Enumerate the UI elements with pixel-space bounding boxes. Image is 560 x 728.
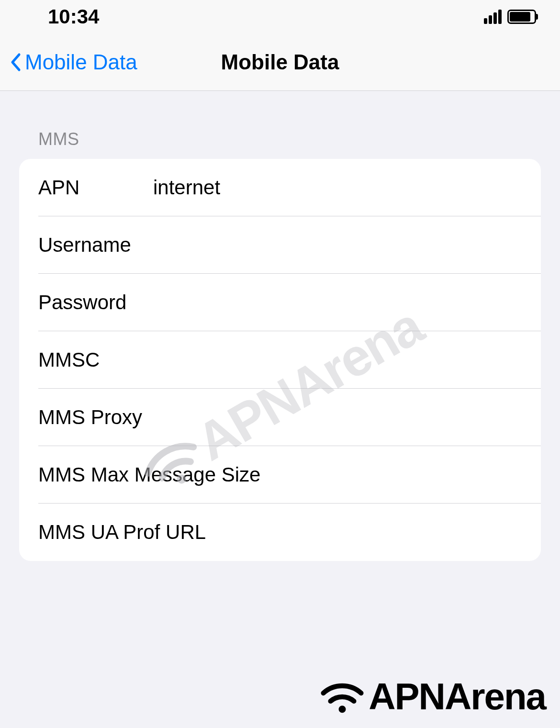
back-button[interactable]: Mobile Data [0, 50, 137, 74]
input-mms-proxy[interactable] [142, 406, 522, 429]
label-apn: APN [38, 176, 153, 199]
footer-logo: APNArena [318, 675, 546, 718]
label-password: Password [38, 291, 153, 314]
row-mms-proxy[interactable]: MMS Proxy [19, 389, 541, 446]
row-password[interactable]: Password [19, 274, 541, 331]
row-mms-ua-prof[interactable]: MMS UA Prof URL [19, 504, 541, 561]
row-mmsc[interactable]: MMSC [19, 331, 541, 389]
input-apn[interactable] [153, 176, 522, 199]
input-mms-max-size[interactable] [260, 463, 522, 486]
label-mmsc: MMSC [38, 348, 153, 371]
row-apn[interactable]: APN [19, 159, 541, 216]
label-username: Username [38, 234, 153, 257]
navigation-bar: Mobile Data Mobile Data [0, 34, 560, 91]
footer-text: APNArena [369, 675, 546, 718]
svg-point-1 [339, 706, 346, 713]
input-mms-ua-prof[interactable] [206, 521, 522, 544]
battery-icon [507, 10, 536, 24]
label-mms-proxy: MMS Proxy [38, 406, 142, 429]
cellular-signal-icon [484, 10, 502, 24]
page-title: Mobile Data [221, 50, 339, 74]
row-username[interactable]: Username [19, 216, 541, 274]
back-label: Mobile Data [25, 50, 137, 74]
input-mmsc[interactable] [153, 348, 522, 371]
input-password[interactable] [153, 291, 522, 314]
input-username[interactable] [153, 234, 522, 257]
label-mms-max-size: MMS Max Message Size [38, 463, 260, 486]
content-area: MMS APN Username Password MMSC MMS Proxy… [0, 91, 560, 561]
status-bar: 10:34 [0, 0, 560, 34]
label-mms-ua-prof: MMS UA Prof URL [38, 521, 206, 544]
row-mms-max-size[interactable]: MMS Max Message Size [19, 446, 541, 504]
status-indicators [484, 10, 536, 24]
section-header-mms: MMS [19, 91, 541, 159]
status-time: 10:34 [48, 5, 99, 28]
settings-group-mms: APN Username Password MMSC MMS Proxy MMS… [19, 159, 541, 561]
wifi-icon [318, 679, 366, 715]
chevron-back-icon [10, 53, 21, 72]
